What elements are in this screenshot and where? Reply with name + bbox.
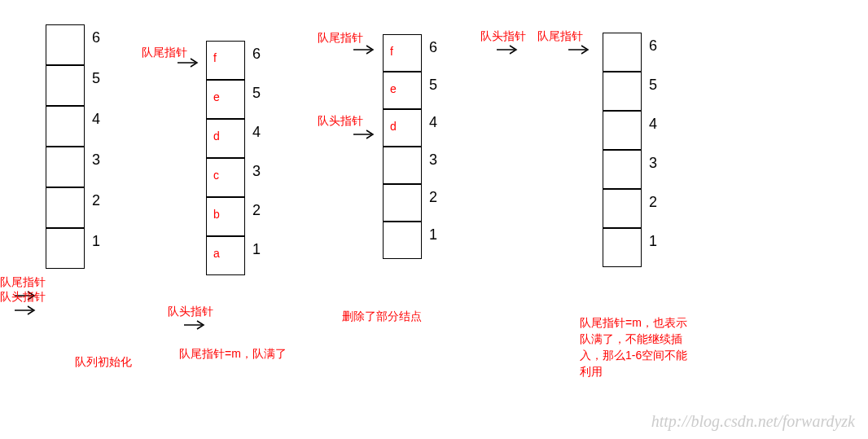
- index-label: 3: [429, 139, 437, 180]
- cell: f6: [207, 41, 244, 80]
- caption: 队尾指针=m，也表示队满了，不能继续插入，那么1-6空间不能利用: [580, 314, 702, 380]
- index-label: 4: [92, 99, 100, 139]
- index-label: 1: [92, 221, 100, 261]
- index-label: 1: [252, 229, 261, 270]
- cell: d4: [207, 119, 244, 158]
- index-label: 5: [429, 64, 437, 105]
- index-label: 5: [252, 72, 261, 113]
- cell: 1: [46, 228, 84, 269]
- cell: d4: [384, 109, 421, 147]
- cell: 1: [603, 228, 641, 267]
- front-pointer-label: 队头指针: [168, 305, 213, 319]
- arrow-icon: [497, 44, 521, 55]
- cell: c3: [207, 158, 244, 197]
- queue-4: 654321: [603, 33, 642, 267]
- cell: e5: [384, 72, 421, 109]
- rear-pointer-label: 队尾指针: [537, 29, 583, 44]
- front-pointer-label: 队头指针: [0, 290, 46, 305]
- front-pointer-label: 队头指针: [318, 114, 363, 129]
- arrow-icon: [353, 129, 378, 140]
- caption: 删除了部分结点: [342, 308, 464, 324]
- arrow-icon: [178, 57, 202, 68]
- index-label: 4: [252, 112, 261, 152]
- index-label: 1: [649, 221, 657, 261]
- cell-value: f: [390, 45, 393, 58]
- index-label: 5: [649, 64, 657, 105]
- rear-pointer-label: 队尾指针: [0, 275, 46, 290]
- cell: 4: [603, 111, 641, 150]
- cell: 6: [603, 33, 641, 72]
- index-label: 5: [92, 58, 100, 99]
- index-label: 3: [92, 139, 100, 180]
- arrow-icon: [184, 319, 208, 331]
- cell-value: e: [213, 90, 220, 103]
- queue-3: f6e5d4321: [383, 34, 422, 259]
- index-label: 6: [252, 33, 261, 74]
- index-label: 2: [649, 182, 657, 222]
- queue-2: f6e5d4c3b2a1: [206, 41, 245, 275]
- cell: 1: [384, 222, 421, 259]
- arrow-icon: [15, 305, 39, 316]
- index-label: 2: [252, 190, 261, 230]
- cell-value: a: [213, 247, 220, 260]
- cell: 2: [603, 189, 641, 228]
- cell: a1: [207, 236, 244, 275]
- index-label: 6: [429, 27, 437, 68]
- cell: 3: [46, 147, 84, 187]
- cell: 4: [46, 106, 84, 147]
- cell-value: c: [213, 169, 219, 182]
- cell: 5: [46, 65, 84, 106]
- arrow-icon: [568, 44, 593, 55]
- cell: 2: [46, 187, 84, 228]
- index-label: 3: [649, 143, 657, 183]
- cell-value: d: [390, 120, 397, 133]
- cell: 6: [46, 24, 84, 65]
- index-label: 2: [92, 180, 100, 221]
- caption: 队尾指针=m，队满了: [179, 345, 301, 362]
- cell-value: d: [213, 130, 220, 143]
- cell: 3: [603, 150, 641, 189]
- watermark-text: http://blog.csdn.net/forwardyzk: [651, 412, 855, 431]
- index-label: 2: [429, 177, 437, 217]
- index-label: 4: [649, 103, 657, 144]
- index-label: 1: [429, 214, 437, 255]
- cell-value: f: [213, 51, 217, 64]
- cell: b2: [207, 197, 244, 236]
- cell: f6: [384, 34, 421, 72]
- index-label: 6: [92, 17, 100, 58]
- front-pointer-label: 队头指针: [480, 29, 526, 44]
- cell: 2: [384, 184, 421, 222]
- cell: e5: [207, 80, 244, 119]
- arrow-icon: [353, 44, 378, 55]
- index-label: 4: [429, 102, 437, 143]
- cell: 3: [384, 147, 421, 184]
- cell: 5: [603, 72, 641, 111]
- cell-value: b: [213, 208, 220, 221]
- index-label: 3: [252, 151, 261, 191]
- queue-1: 654321: [46, 24, 85, 269]
- cell-value: e: [390, 82, 397, 95]
- index-label: 6: [649, 25, 657, 66]
